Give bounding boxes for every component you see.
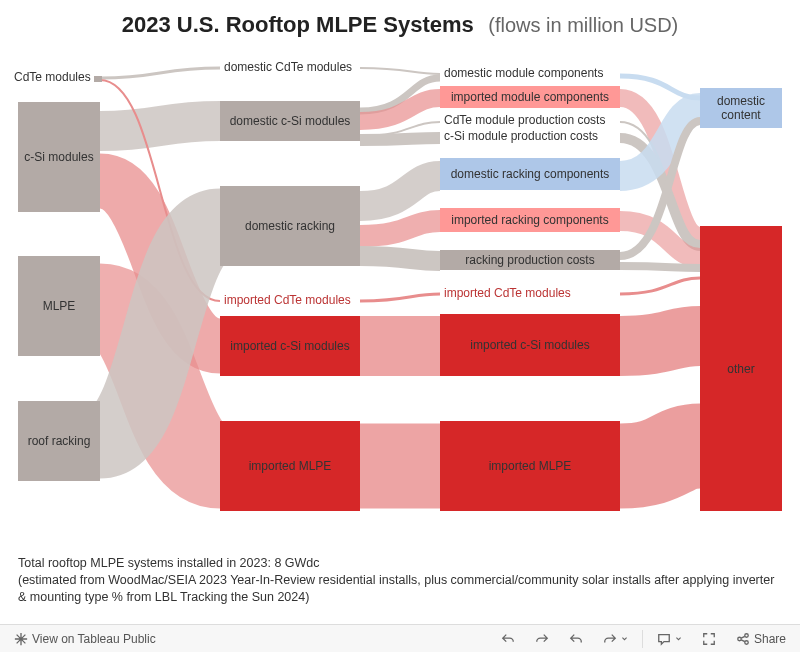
node-racking[interactable]: roof racking (18, 401, 100, 481)
svg-point-2 (745, 640, 749, 644)
label-imp-cdte: imported CdTe modules (224, 293, 351, 307)
label-imp-cdte2: imported CdTe modules (444, 286, 571, 300)
label-cdte: CdTe modules (14, 70, 91, 84)
comment-icon (657, 632, 671, 646)
label-dom-mod-comp: domestic module components (444, 66, 603, 80)
undo-button[interactable] (495, 630, 521, 648)
node-cdte[interactable] (94, 76, 102, 82)
tableau-toolbar: View on Tableau Public Share (0, 624, 800, 652)
replay-forward-button[interactable] (597, 630, 634, 648)
sankey-chart: CdTe modules c-Si modules MLPE roof rack… (10, 46, 790, 546)
footnote-line2: (estimated from WoodMac/SEIA 2023 Year-I… (18, 572, 778, 606)
node-mlpe[interactable]: MLPE (18, 256, 100, 356)
chevron-down-icon (675, 632, 682, 646)
tableau-icon (14, 632, 28, 646)
node-dom-rack[interactable]: domestic racking (220, 186, 360, 266)
view-on-public-button[interactable]: View on Tableau Public (8, 630, 162, 648)
title-sub: (flows in million USD) (488, 14, 678, 36)
node-imp-csi[interactable]: imported c-Si modules (220, 316, 360, 376)
svg-point-1 (745, 633, 749, 637)
footnote-line1: Total rooftop MLPE systems installed in … (18, 555, 778, 572)
replay-back-icon (569, 632, 583, 646)
node-imp-csi2[interactable]: imported c-Si modules (440, 314, 620, 376)
share-icon (736, 632, 750, 646)
chevron-down-icon (621, 632, 628, 646)
node-csi[interactable]: c-Si modules (18, 102, 100, 212)
label-csi-prod: c-Si module production costs (444, 129, 598, 143)
comment-button[interactable] (651, 630, 688, 648)
node-imp-rack-comp[interactable]: imported racking components (440, 208, 620, 232)
node-imp-mlpe[interactable]: imported MLPE (220, 421, 360, 511)
fullscreen-button[interactable] (696, 630, 722, 648)
redo-button[interactable] (529, 630, 555, 648)
node-dom-csi[interactable]: domestic c-Si modules (220, 101, 360, 141)
node-imp-mlpe2[interactable]: imported MLPE (440, 421, 620, 511)
label-dom-cdte: domestic CdTe modules (224, 60, 352, 74)
sankey-links (10, 46, 790, 546)
divider (642, 630, 643, 648)
replay-back-button[interactable] (563, 630, 589, 648)
node-imp-mod-comp[interactable]: imported module components (440, 86, 620, 108)
fullscreen-icon (702, 632, 716, 646)
footnote: Total rooftop MLPE systems installed in … (18, 555, 778, 606)
node-other[interactable]: other (700, 226, 782, 511)
share-button[interactable]: Share (730, 630, 792, 648)
replay-forward-icon (603, 632, 617, 646)
label-cdte-prod: CdTe module production costs (444, 113, 605, 127)
node-dom-rack-comp[interactable]: domestic racking components (440, 158, 620, 190)
share-label: Share (754, 632, 786, 646)
chart-title: 2023 U.S. Rooftop MLPE Systems (flows in… (0, 0, 800, 46)
node-dom-content[interactable]: domestic content (700, 88, 782, 128)
redo-icon (535, 632, 549, 646)
node-rack-prod[interactable]: racking production costs (440, 250, 620, 270)
view-public-label: View on Tableau Public (32, 632, 156, 646)
title-main: 2023 U.S. Rooftop MLPE Systems (122, 12, 474, 37)
svg-point-0 (738, 637, 742, 641)
undo-icon (501, 632, 515, 646)
